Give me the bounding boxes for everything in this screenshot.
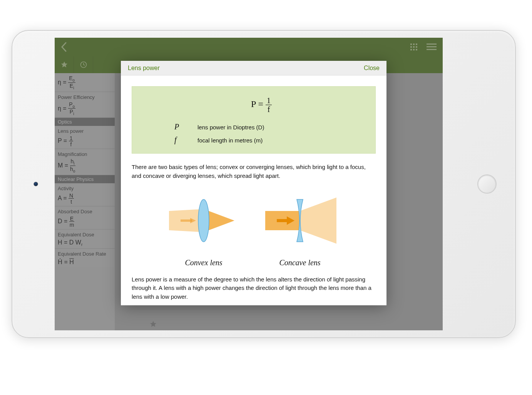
top-bar bbox=[55, 38, 443, 56]
app-root: η = EoEi Power Efficiency η = PoPi Optic… bbox=[55, 38, 443, 330]
sidebar-formula: A = Nt bbox=[58, 193, 112, 204]
keypad-icon[interactable] bbox=[410, 43, 418, 51]
sidebar-formula: H = D Wr bbox=[58, 239, 112, 247]
svg-rect-3 bbox=[410, 46, 412, 48]
sidebar-item-lens-power[interactable]: Lens power P = 1f bbox=[55, 126, 115, 149]
sidebar-item-activity[interactable]: Activity A = Nt bbox=[55, 183, 115, 206]
svg-point-15 bbox=[198, 199, 209, 242]
camera bbox=[33, 182, 38, 186]
tab-other[interactable] bbox=[93, 56, 112, 73]
paragraph: There are two basic types of lens; conve… bbox=[132, 163, 376, 180]
detail-modal: Lens power Close P = 1f P lens power in … bbox=[121, 61, 386, 305]
sidebar-section-nuclear: Nuclear Physics bbox=[55, 175, 115, 183]
svg-marker-17 bbox=[300, 198, 336, 244]
modal-body[interactable]: P = 1f P lens power in Dioptres (D) f fo… bbox=[121, 75, 386, 305]
svg-rect-5 bbox=[416, 46, 417, 48]
svg-rect-1 bbox=[413, 44, 415, 45]
sidebar[interactable]: η = EoEi Power Efficiency η = PoPi Optic… bbox=[55, 73, 115, 330]
sidebar-item-label: Equivalent Dose bbox=[58, 232, 112, 238]
sidebar-item-label: Power Efficiency bbox=[58, 94, 112, 100]
svg-rect-0 bbox=[410, 44, 412, 45]
paragraph: Lens power is a measure of the degree to… bbox=[132, 275, 376, 301]
screen: η = EoEi Power Efficiency η = PoPi Optic… bbox=[55, 38, 443, 330]
variable-row: f focal length in metres (m) bbox=[174, 134, 348, 146]
tab-recent[interactable] bbox=[74, 56, 93, 73]
tablet-frame: η = EoEi Power Efficiency η = PoPi Optic… bbox=[12, 30, 516, 338]
variable-symbol: P bbox=[174, 121, 197, 132]
svg-rect-6 bbox=[410, 49, 412, 50]
sidebar-section-optics: Optics bbox=[55, 118, 115, 126]
modal-title: Lens power bbox=[128, 65, 160, 72]
svg-rect-11 bbox=[427, 49, 437, 50]
main-formula: P = 1f bbox=[174, 93, 348, 119]
sidebar-item-label: Equivalent Dose Rate bbox=[58, 251, 112, 257]
sidebar-item-label: Lens power bbox=[58, 128, 112, 134]
sidebar-formula: P = 1f bbox=[58, 136, 112, 147]
sidebar-formula: η = PoPi bbox=[58, 102, 112, 116]
concave-lens-block: Concave lens bbox=[261, 192, 338, 268]
svg-rect-7 bbox=[413, 49, 415, 50]
sidebar-item-absorbed-dose[interactable]: Absorbed Dose D = Em bbox=[55, 206, 115, 229]
svg-rect-8 bbox=[416, 49, 417, 50]
svg-rect-4 bbox=[413, 46, 415, 48]
convex-caption: Convex lens bbox=[169, 257, 238, 268]
close-button[interactable]: Close bbox=[364, 65, 380, 72]
menu-icon[interactable] bbox=[427, 43, 437, 51]
modal-header: Lens power Close bbox=[121, 61, 386, 75]
favourite-star-footer[interactable] bbox=[115, 318, 443, 330]
back-button[interactable] bbox=[59, 38, 69, 56]
convex-lens-block: Convex lens bbox=[169, 192, 238, 268]
sidebar-item-equivalent-dose[interactable]: Equivalent Dose H = D Wr bbox=[55, 229, 115, 249]
variable-definition: focal length in metres (m) bbox=[197, 136, 263, 145]
sidebar-formula: D = Em bbox=[58, 216, 112, 228]
svg-rect-9 bbox=[427, 44, 437, 45]
sidebar-formula: η = EoEi bbox=[58, 75, 112, 90]
sidebar-item-label: Magnification bbox=[58, 151, 112, 157]
variable-row: P lens power in Dioptres (D) bbox=[174, 121, 348, 132]
sidebar-formula: M = hiho bbox=[58, 159, 112, 173]
home-button[interactable] bbox=[477, 174, 497, 194]
variable-definition: lens power in Dioptres (D) bbox=[197, 123, 264, 132]
concave-caption: Concave lens bbox=[261, 257, 338, 268]
sidebar-item-label: Absorbed Dose bbox=[58, 209, 112, 214]
svg-rect-2 bbox=[416, 44, 417, 45]
sidebar-item-label: Activity bbox=[58, 186, 112, 191]
sidebar-formula: Ḣ = H bbox=[58, 258, 112, 266]
variable-symbol: f bbox=[174, 134, 197, 146]
lens-diagram: Convex lens Concave lens bbox=[132, 192, 376, 268]
sidebar-item-equivalent-dose-rate[interactable]: Equivalent Dose Rate Ḣ = H bbox=[55, 249, 115, 267]
svg-rect-10 bbox=[427, 46, 437, 47]
sidebar-item-power-efficiency[interactable]: Power Efficiency η = PoPi bbox=[55, 92, 115, 118]
formula-box: P = 1f P lens power in Dioptres (D) f fo… bbox=[132, 86, 376, 154]
tab-favourites[interactable] bbox=[55, 56, 74, 73]
sidebar-item-magnification[interactable]: Magnification M = hiho bbox=[55, 149, 115, 175]
sidebar-item-energy-efficiency[interactable]: η = EoEi bbox=[55, 73, 115, 92]
